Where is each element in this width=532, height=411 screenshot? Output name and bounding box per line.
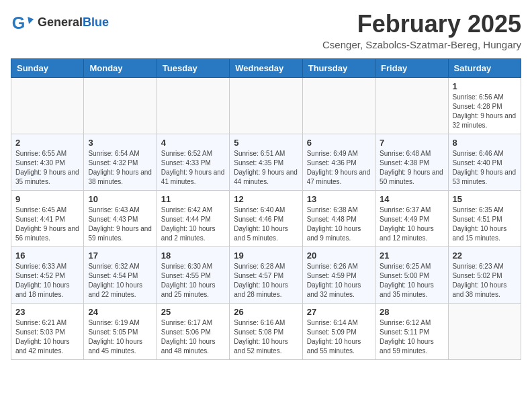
day-info: Sunrise: 6:33 AM Sunset: 4:52 PM Dayligh… — [15, 262, 79, 300]
day-number: 1 — [453, 81, 517, 91]
logo-icon: G — [11, 11, 35, 35]
day-number: 8 — [453, 138, 517, 148]
calendar-cell: 15Sunrise: 6:35 AM Sunset: 4:51 PM Dayli… — [448, 190, 521, 246]
calendar-cell: 25Sunrise: 6:17 AM Sunset: 5:06 PM Dayli… — [157, 303, 229, 359]
day-number: 6 — [307, 138, 371, 148]
day-info: Sunrise: 6:14 AM Sunset: 5:09 PM Dayligh… — [307, 318, 371, 356]
day-info: Sunrise: 6:56 AM Sunset: 4:28 PM Dayligh… — [453, 93, 517, 130]
day-number: 21 — [380, 250, 443, 261]
calendar-cell: 20Sunrise: 6:26 AM Sunset: 4:59 PM Dayli… — [302, 246, 375, 303]
weekday-header: Saturday — [448, 58, 521, 77]
day-number: 16 — [15, 250, 79, 261]
day-info: Sunrise: 6:38 AM Sunset: 4:48 PM Dayligh… — [307, 205, 371, 243]
logo-general-text: GeneralBlue — [38, 16, 109, 30]
weekday-header: Sunday — [11, 58, 84, 77]
calendar-cell — [157, 77, 229, 134]
day-info: Sunrise: 6:42 AM Sunset: 4:44 PM Dayligh… — [161, 205, 225, 243]
day-info: Sunrise: 6:46 AM Sunset: 4:40 PM Dayligh… — [453, 149, 517, 187]
day-info: Sunrise: 6:21 AM Sunset: 5:03 PM Dayligh… — [15, 318, 79, 356]
day-info: Sunrise: 6:54 AM Sunset: 4:32 PM Dayligh… — [88, 149, 152, 187]
day-number: 3 — [88, 138, 152, 148]
day-number: 10 — [88, 194, 152, 204]
calendar-cell — [375, 77, 448, 134]
page-header: G GeneralBlue February 2025 Csenger, Sza… — [11, 11, 521, 50]
calendar-cell: 18Sunrise: 6:30 AM Sunset: 4:55 PM Dayli… — [157, 246, 229, 303]
weekday-header: Thursday — [302, 58, 375, 77]
day-number: 28 — [380, 307, 443, 317]
calendar-week-row: 9Sunrise: 6:45 AM Sunset: 4:41 PM Daylig… — [11, 190, 521, 246]
day-number: 9 — [15, 194, 79, 204]
calendar-cell: 14Sunrise: 6:37 AM Sunset: 4:49 PM Dayli… — [375, 190, 448, 246]
calendar-cell: 16Sunrise: 6:33 AM Sunset: 4:52 PM Dayli… — [11, 246, 84, 303]
weekday-header: Tuesday — [157, 58, 229, 77]
calendar-cell: 9Sunrise: 6:45 AM Sunset: 4:41 PM Daylig… — [11, 190, 84, 246]
day-number: 18 — [161, 250, 225, 261]
day-info: Sunrise: 6:17 AM Sunset: 5:06 PM Dayligh… — [161, 318, 225, 356]
day-info: Sunrise: 6:55 AM Sunset: 4:30 PM Dayligh… — [15, 149, 79, 187]
day-info: Sunrise: 6:49 AM Sunset: 4:36 PM Dayligh… — [307, 149, 371, 187]
weekday-header: Monday — [84, 58, 157, 77]
day-number: 14 — [380, 194, 443, 204]
day-info: Sunrise: 6:16 AM Sunset: 5:08 PM Dayligh… — [234, 318, 298, 356]
day-info: Sunrise: 6:52 AM Sunset: 4:33 PM Dayligh… — [161, 149, 225, 187]
calendar-cell: 13Sunrise: 6:38 AM Sunset: 4:48 PM Dayli… — [302, 190, 375, 246]
logo: G GeneralBlue — [11, 11, 109, 35]
day-number: 15 — [453, 194, 517, 204]
day-info: Sunrise: 6:35 AM Sunset: 4:51 PM Dayligh… — [453, 205, 517, 243]
calendar-week-row: 16Sunrise: 6:33 AM Sunset: 4:52 PM Dayli… — [11, 246, 521, 303]
day-info: Sunrise: 6:26 AM Sunset: 4:59 PM Dayligh… — [307, 262, 371, 300]
calendar-cell: 28Sunrise: 6:12 AM Sunset: 5:11 PM Dayli… — [375, 303, 448, 359]
calendar-cell: 6Sunrise: 6:49 AM Sunset: 4:36 PM Daylig… — [302, 134, 375, 190]
calendar-week-row: 23Sunrise: 6:21 AM Sunset: 5:03 PM Dayli… — [11, 303, 521, 359]
calendar-week-row: 2Sunrise: 6:55 AM Sunset: 4:30 PM Daylig… — [11, 134, 521, 190]
calendar-cell: 17Sunrise: 6:32 AM Sunset: 4:54 PM Dayli… — [84, 246, 157, 303]
calendar-cell — [230, 77, 302, 134]
title-section: February 2025 Csenger, Szabolcs-Szatmar-… — [322, 11, 521, 50]
day-number: 23 — [15, 307, 79, 317]
calendar-cell: 1Sunrise: 6:56 AM Sunset: 4:28 PM Daylig… — [448, 77, 521, 134]
day-number: 25 — [161, 307, 225, 317]
calendar-cell: 7Sunrise: 6:48 AM Sunset: 4:38 PM Daylig… — [375, 134, 448, 190]
day-info: Sunrise: 6:37 AM Sunset: 4:49 PM Dayligh… — [380, 205, 443, 243]
day-info: Sunrise: 6:30 AM Sunset: 4:55 PM Dayligh… — [161, 262, 225, 300]
calendar-cell — [11, 77, 84, 134]
calendar-cell: 21Sunrise: 6:25 AM Sunset: 5:00 PM Dayli… — [375, 246, 448, 303]
svg-text:G: G — [12, 13, 26, 32]
calendar-cell — [448, 303, 521, 359]
day-number: 22 — [453, 250, 517, 261]
day-info: Sunrise: 6:28 AM Sunset: 4:57 PM Dayligh… — [234, 262, 298, 300]
calendar-cell: 24Sunrise: 6:19 AM Sunset: 5:05 PM Dayli… — [84, 303, 157, 359]
day-number: 5 — [234, 138, 298, 148]
weekday-header: Wednesday — [230, 58, 302, 77]
calendar-cell: 2Sunrise: 6:55 AM Sunset: 4:30 PM Daylig… — [11, 134, 84, 190]
calendar-cell: 11Sunrise: 6:42 AM Sunset: 4:44 PM Dayli… — [157, 190, 229, 246]
day-info: Sunrise: 6:40 AM Sunset: 4:46 PM Dayligh… — [234, 205, 298, 243]
calendar-cell: 19Sunrise: 6:28 AM Sunset: 4:57 PM Dayli… — [230, 246, 302, 303]
day-number: 27 — [307, 307, 371, 317]
day-info: Sunrise: 6:25 AM Sunset: 5:00 PM Dayligh… — [380, 262, 443, 300]
day-number: 7 — [380, 138, 443, 148]
day-number: 4 — [161, 138, 225, 148]
day-number: 26 — [234, 307, 298, 317]
day-number: 20 — [307, 250, 371, 261]
day-number: 19 — [234, 250, 298, 261]
calendar-cell: 3Sunrise: 6:54 AM Sunset: 4:32 PM Daylig… — [84, 134, 157, 190]
calendar-cell — [84, 77, 157, 134]
weekday-header: Friday — [375, 58, 448, 77]
day-info: Sunrise: 6:45 AM Sunset: 4:41 PM Dayligh… — [15, 205, 79, 243]
day-info: Sunrise: 6:32 AM Sunset: 4:54 PM Dayligh… — [88, 262, 152, 300]
day-number: 24 — [88, 307, 152, 317]
day-info: Sunrise: 6:23 AM Sunset: 5:02 PM Dayligh… — [453, 262, 517, 300]
calendar-week-row: 1Sunrise: 6:56 AM Sunset: 4:28 PM Daylig… — [11, 77, 521, 134]
calendar-header-row: SundayMondayTuesdayWednesdayThursdayFrid… — [11, 58, 521, 77]
calendar-cell: 8Sunrise: 6:46 AM Sunset: 4:40 PM Daylig… — [448, 134, 521, 190]
calendar-cell — [302, 77, 375, 134]
calendar-cell: 10Sunrise: 6:43 AM Sunset: 4:43 PM Dayli… — [84, 190, 157, 246]
day-number: 2 — [15, 138, 79, 148]
calendar-cell: 12Sunrise: 6:40 AM Sunset: 4:46 PM Dayli… — [230, 190, 302, 246]
day-number: 11 — [161, 194, 225, 204]
calendar-cell: 23Sunrise: 6:21 AM Sunset: 5:03 PM Dayli… — [11, 303, 84, 359]
location-text: Csenger, Szabolcs-Szatmar-Bereg, Hungary — [322, 39, 521, 50]
svg-marker-1 — [28, 17, 34, 24]
calendar-cell: 5Sunrise: 6:51 AM Sunset: 4:35 PM Daylig… — [230, 134, 302, 190]
